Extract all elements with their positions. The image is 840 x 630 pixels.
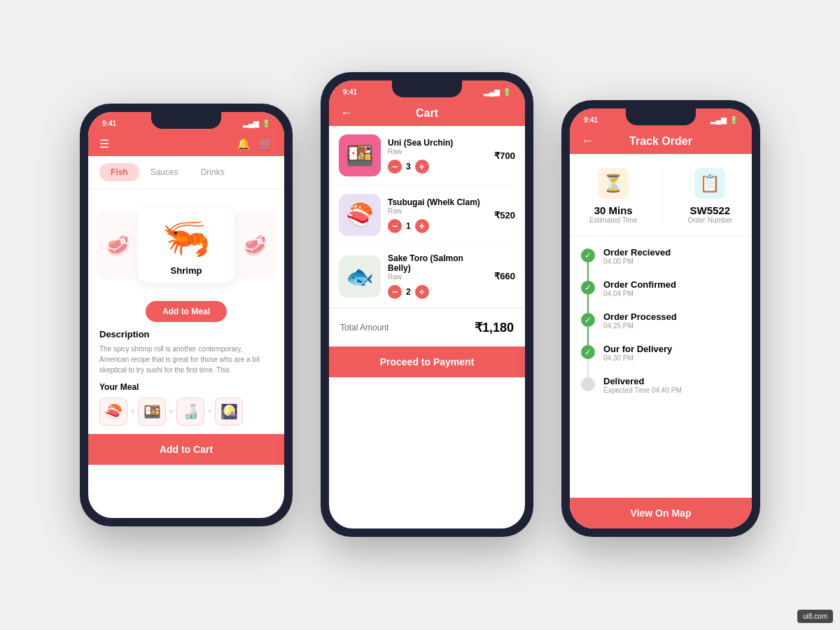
timeline-title-1: Order Confirmed: [603, 279, 676, 290]
cart-item-2: 🐟 Sake Toro (Salmon Belly) Raw − 2 + ₹66…: [329, 245, 525, 308]
timeline-dot-3: ✓: [581, 345, 595, 359]
back-icon-track[interactable]: ←: [581, 134, 594, 148]
order-number-icon-box: 📋: [694, 168, 725, 199]
timeline-title-4: Delivered: [603, 376, 682, 386]
your-meal-section: Your Meal 🍣 + 🍱 + 🍶 + 🎑: [88, 375, 284, 430]
back-icon-cart[interactable]: ←: [340, 106, 353, 120]
battery-icon-1: 🔋: [262, 120, 270, 127]
plus-2: +: [207, 407, 212, 416]
time-1: 9:41: [102, 120, 116, 127]
timeline-dot-container-4: [581, 376, 595, 391]
timeline-content-0: Order Recieved 04.00 PM: [603, 247, 671, 265]
timeline-time-1: 04.04 PM: [603, 290, 676, 298]
timeline-item-1: ✓ Order Confirmed 04.04 PM: [581, 279, 741, 298]
tab-drinks[interactable]: Drinks: [190, 163, 236, 181]
battery-icon-2: 🔋: [503, 88, 511, 96]
proceed-button[interactable]: Proceed to Payment: [329, 346, 525, 377]
phone1-shell: 9:41 ▂▄▆ 🔋 ☰ 🔔 🛒 Fish Sauces Drinks 🥩: [80, 104, 293, 526]
qty-num-1: 1: [406, 221, 411, 231]
cart-item-info-1: Tsubugai (Whelk Clam) Raw − 1 +: [388, 197, 487, 233]
timeline-dot-container-0: ✓: [581, 247, 595, 262]
meal-items-row: 🍣 + 🍱 + 🍶 + 🎑: [99, 398, 273, 426]
cart-header: ← Cart: [329, 100, 525, 126]
food-carousel: 🥩 🦐 Shrimp 🥩: [88, 189, 284, 301]
qty-num-0: 3: [406, 162, 411, 172]
cart-title: Cart: [416, 107, 438, 120]
meal-item-1: 🍱: [138, 398, 166, 426]
add-to-meal-button[interactable]: Add to Meal: [146, 301, 227, 322]
phone3-screen: 9:41 ▂▄▆ 🔋 ← Track Order ⏳ 30 Mins: [570, 108, 752, 528]
track-estimated-time: ⏳ 30 Mins Estimated Time: [589, 168, 638, 224]
cart-item-0: 🍱 Uni (Sea Urchin) Raw − 3 + ₹700: [329, 126, 525, 186]
cart-item-name-0: Uni (Sea Urchin): [388, 138, 487, 148]
cart-total: Total Amount ₹1,180: [329, 308, 525, 346]
total-amount: ₹1,180: [475, 320, 514, 335]
timeline-title-2: Order Processed: [603, 312, 677, 322]
cart-item-sub-1: Raw: [388, 207, 487, 215]
timeline-dot-1: ✓: [581, 281, 595, 295]
signal-icon-3: ▂▄▆: [710, 116, 727, 124]
notch1: [151, 112, 221, 129]
order-number-value: SW5522: [687, 204, 732, 216]
timeline-item-0: ✓ Order Recieved 04.00 PM: [581, 247, 741, 265]
timeline-time-2: 04.25 PM: [603, 322, 677, 330]
food-card-right[interactable]: 🥩: [234, 210, 276, 280]
cart-items-list: 🍱 Uni (Sea Urchin) Raw − 3 + ₹700 🍣 Tsub…: [329, 126, 525, 308]
battery-icon-3: 🔋: [729, 116, 738, 124]
qty-decrease-2[interactable]: −: [388, 285, 402, 299]
qty-decrease-0[interactable]: −: [388, 160, 402, 174]
tab-sauces[interactable]: Sauces: [139, 163, 190, 181]
meal-item-3: 🎑: [215, 398, 243, 426]
cart-item-img-2: 🐟: [339, 255, 381, 298]
cart-item-price-1: ₹520: [494, 210, 515, 220]
track-title: Track Order: [629, 135, 692, 148]
qty-decrease-1[interactable]: −: [388, 219, 402, 233]
phone2-screen: 9:41 ▂▄▆ 🔋 ← Cart 🍱 Uni (Sea Urchin) Raw…: [329, 80, 525, 528]
cart-item-price-2: ₹660: [494, 271, 515, 281]
food-card-left[interactable]: 🥩: [97, 210, 139, 280]
qty-increase-0[interactable]: +: [415, 160, 429, 174]
food-name: Shrimp: [144, 265, 228, 276]
cart-item-sub-0: Raw: [388, 148, 487, 155]
timeline-dot-2: ✓: [581, 313, 595, 327]
timeline-dot-container-1: ✓: [581, 279, 595, 295]
food-card-main[interactable]: 🦐 Shrimp: [137, 208, 235, 283]
timeline-dot-4: [581, 377, 595, 391]
watermark: ui8.com: [797, 610, 833, 623]
app-header-1: ☰ 🔔 🛒: [88, 132, 284, 156]
timeline-content-1: Order Confirmed 04.04 PM: [603, 279, 676, 298]
tab-bar: Fish Sauces Drinks: [88, 156, 284, 189]
timeline-item-4: Delivered Expected Time 04.40 PM: [581, 376, 741, 394]
plus-0: +: [130, 407, 135, 416]
timeline-content-4: Delivered Expected Time 04.40 PM: [603, 376, 682, 394]
tab-fish[interactable]: Fish: [99, 163, 139, 181]
phone3-shell: 9:41 ▂▄▆ 🔋 ← Track Order ⏳ 30 Mins: [561, 100, 760, 537]
description-text: The spicy shrimp roll is another contemp…: [99, 344, 273, 375]
cart-item-price-0: ₹700: [494, 150, 515, 161]
meal-item-0: 🍣: [99, 398, 127, 426]
description-title: Description: [99, 329, 273, 340]
qty-increase-1[interactable]: +: [415, 219, 429, 233]
qty-increase-2[interactable]: +: [415, 285, 429, 299]
timeline-time-0: 04.00 PM: [603, 258, 671, 265]
phone2-shell: 9:41 ▂▄▆ 🔋 ← Cart 🍱 Uni (Sea Urchin) Raw…: [321, 72, 533, 537]
timeline-item-2: ✓ Order Processed 04.25 PM: [581, 312, 741, 330]
notch2: [392, 80, 462, 97]
timeline-title-0: Order Recieved: [603, 247, 671, 258]
menu-icon[interactable]: ☰: [99, 137, 109, 150]
cart-icon[interactable]: 🛒: [259, 137, 273, 150]
estimated-time-label: Estimated Time: [589, 216, 638, 224]
status-icons-2: ▂▄▆ 🔋: [484, 88, 511, 96]
signal-icon-2: ▂▄▆: [484, 88, 500, 96]
track-header: ← Track Order: [570, 128, 752, 154]
add-to-cart-bar[interactable]: Add to Cart: [88, 434, 284, 465]
view-map-button[interactable]: View On Map: [570, 498, 752, 528]
cart-item-img-0: 🍱: [339, 134, 381, 176]
cart-item-1: 🍣 Tsubugai (Whelk Clam) Raw − 1 + ₹520: [329, 186, 525, 245]
timeline-dot-0: ✓: [581, 248, 595, 262]
bell-icon[interactable]: 🔔: [237, 137, 251, 150]
status-icons-3: ▂▄▆ 🔋: [710, 116, 738, 124]
cart-item-controls-0: − 3 +: [388, 160, 487, 174]
timeline-time-4: Expected Time 04.40 PM: [603, 386, 682, 394]
cart-item-sub-2: Raw: [388, 273, 487, 281]
